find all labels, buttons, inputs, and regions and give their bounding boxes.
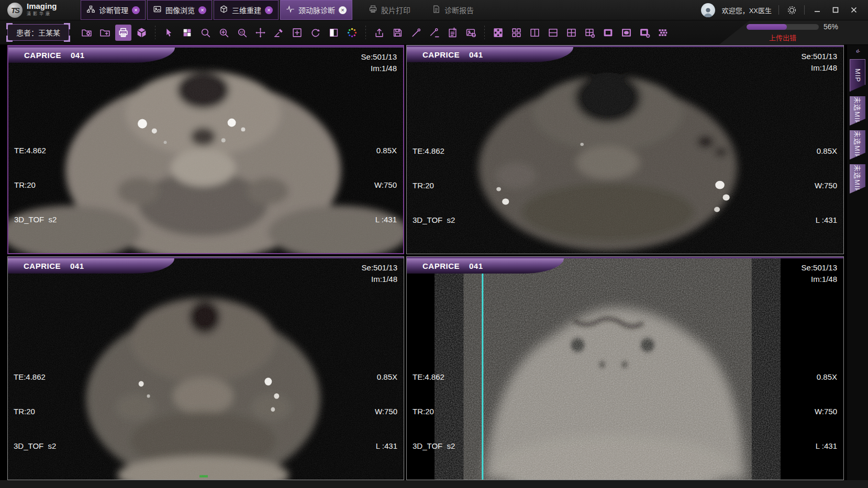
collapse-sidebar-icon[interactable]: « (853, 46, 862, 55)
split-vertical-button[interactable] (527, 25, 543, 41)
close-button[interactable] (848, 4, 860, 16)
main-tab-bar: 诊断管理 × 图像浏览 × 三维重建 × 颈动脉诊断 × 胶片打印 (81, 0, 479, 20)
open-study-add-button[interactable] (97, 25, 113, 41)
toolbar: 患者：王某某 x2 (0, 20, 868, 44)
level-text: L :431 (815, 440, 837, 452)
upload-percent: 56% (824, 22, 838, 31)
mri-axial-image-2 (407, 46, 843, 254)
upload-status-panel: 56% 上传出错 (719, 20, 868, 44)
acquisition-info: TE:4.862 TR:20 3D_TOF s2 (14, 348, 56, 475)
upload-error-text[interactable]: 上传出错 (747, 32, 819, 42)
viewport-axial-2[interactable]: CAPRICE 041 Se:501/13 Im:1/48 TE:4.862 T… (406, 45, 844, 254)
level-text: L :431 (374, 214, 397, 225)
color-palette-button[interactable] (344, 25, 360, 41)
image-upload-button[interactable] (463, 25, 479, 41)
sequence-text: 3D_TOF s2 (413, 214, 455, 226)
tab-close-button[interactable]: × (132, 6, 140, 14)
mri-axial-image-3 (8, 257, 404, 480)
save-button[interactable] (390, 25, 406, 41)
roi-rectangle-remove-button[interactable] (637, 25, 653, 41)
tab-3d-reconstruction[interactable]: 三维重建 × (214, 0, 279, 20)
series-image-info: Se:501/13 Im:1/48 (802, 262, 837, 285)
patient-label-box[interactable]: 患者：王某某 (7, 24, 69, 41)
measure-button[interactable] (271, 25, 287, 41)
divider (804, 5, 805, 15)
sitemap-icon (86, 5, 95, 15)
series-number: 041 (71, 51, 85, 60)
tab-image-browse[interactable]: 图像浏览 × (147, 0, 212, 20)
acquisition-info: TE:4.862 TR:20 3D_TOF s2 (413, 122, 455, 249)
sequence-text: 3D_TOF s2 (413, 440, 455, 452)
zoom-in-button[interactable] (216, 25, 232, 41)
level-text: L :431 (815, 214, 837, 226)
split-horizontal-button[interactable] (545, 25, 561, 41)
viewport-axial-3[interactable]: CAPRICE 041 Se:501/13 Im:1/48 TE:4.862 T… (7, 256, 404, 480)
tab-diagnosis-report[interactable]: 诊断报告 (427, 0, 479, 20)
print-button[interactable] (115, 25, 131, 41)
settings-gear-icon[interactable] (786, 4, 797, 16)
layout-tiles-button[interactable] (508, 25, 525, 41)
upload-button[interactable] (371, 25, 387, 41)
cube-icon (219, 5, 228, 15)
upload-progress-fill (747, 24, 787, 30)
tab-close-button[interactable]: × (339, 6, 347, 14)
sequence-text: 3D_TOF s2 (14, 214, 57, 225)
tab-diagnosis-management[interactable]: 诊断管理 × (81, 0, 146, 20)
display-info: 0.85X W:750 L :431 (815, 122, 837, 249)
open-study-settings-button[interactable] (79, 25, 95, 41)
te-text: TE:4.862 (14, 145, 57, 156)
te-text: TE:4.862 (14, 371, 56, 383)
grid-remove-button[interactable] (582, 25, 598, 41)
sidebar-tab-unselected-mip-2[interactable]: 未选MIP (850, 130, 865, 160)
tab-label: 颈动脉诊断 (298, 5, 335, 15)
probe-button[interactable] (408, 25, 424, 41)
window-text: W:750 (375, 406, 397, 417)
tab-close-button[interactable]: × (265, 6, 273, 14)
viewport-header-banner: CAPRICE 041 (8, 258, 174, 274)
viewport-axial-1[interactable]: CAPRICE 041 Se:501/13 Im:1/48 TE:4.862 T… (7, 45, 404, 254)
window-text: W:750 (815, 180, 837, 191)
level-text: L :431 (375, 440, 397, 452)
grid-2x2-button[interactable] (563, 25, 580, 41)
tr-text: TR:20 (14, 179, 57, 191)
pan-button[interactable] (252, 25, 269, 41)
user-avatar[interactable] (701, 3, 715, 17)
window-level-button[interactable] (326, 25, 342, 41)
sidebar-tab-unselected-mip-1[interactable]: 未选MIP (850, 96, 865, 126)
tab-film-print[interactable]: 胶片打印 (363, 0, 416, 20)
report-add-button[interactable] (444, 25, 461, 41)
printer-icon (369, 5, 377, 15)
divider (778, 5, 779, 15)
viewport-header-banner: CAPRICE 041 (8, 48, 175, 63)
app-logo: TS Imaging 清影华康 (0, 0, 81, 20)
layout-checkerboard-button[interactable] (179, 25, 195, 41)
volume-3d-button[interactable] (133, 25, 150, 41)
sidebar-tab-mip[interactable]: MIP (850, 59, 865, 92)
viewport-header-banner: CAPRICE 041 (407, 258, 564, 274)
viewport-coronal-4[interactable]: CAPRICE 041 Se:501/13 Im:1/48 TE:4.862 T… (406, 256, 844, 480)
minimize-button[interactable] (811, 4, 823, 16)
roi-rectangle-button[interactable] (600, 25, 616, 41)
tab-close-button[interactable]: × (198, 6, 206, 14)
display-info: 0.85X W:750 L :431 (375, 348, 397, 475)
filmstrip-button[interactable] (655, 25, 671, 41)
probe-remove-button[interactable] (426, 25, 442, 41)
zoom-text: 0.85X (375, 371, 397, 383)
application-window: TS Imaging 清影华康 诊断管理 × 图像浏览 × 三维重建 × (0, 0, 868, 488)
annotation-add-button[interactable] (289, 25, 305, 41)
maximize-button[interactable] (830, 4, 841, 16)
tab-carotid-diagnosis[interactable]: 颈动脉诊断 × (280, 0, 352, 20)
zoom-2x-button[interactable]: x2 (234, 25, 250, 41)
series-image-info: Se:501/13 Im:1/48 (802, 51, 837, 74)
rotate-button[interactable] (307, 25, 324, 41)
sidebar-tab-unselected-mip-3[interactable]: 未选MIP (850, 164, 865, 194)
cursor-button[interactable] (161, 25, 177, 41)
roi-ellipse-button[interactable] (618, 25, 635, 41)
bottom-strip (0, 480, 868, 488)
grid-3x3-button[interactable] (490, 25, 506, 41)
acquisition-info: TE:4.862 TR:20 3D_TOF s2 (413, 348, 455, 475)
zoom-text: 0.85X (374, 145, 397, 156)
image-index-text: Im:1/48 (802, 62, 837, 74)
search-button[interactable] (197, 25, 214, 41)
reference-line[interactable] (482, 257, 483, 480)
